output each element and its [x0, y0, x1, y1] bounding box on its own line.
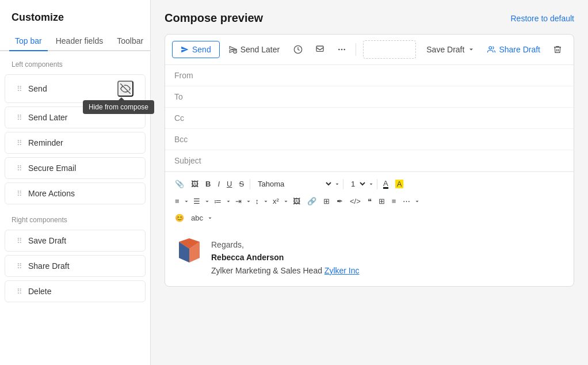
hide-send-button[interactable] — [117, 81, 133, 97]
compose-box: Send Send Later Save Draft — [165, 34, 574, 287]
attach-file-button[interactable]: 📎 — [172, 177, 187, 191]
strikethrough-button[interactable]: S — [236, 177, 247, 191]
component-secure-email: ⠿ Secure Email — [5, 157, 146, 179]
subject-input[interactable] — [203, 156, 564, 165]
component-delete-label: Delete — [28, 287, 133, 296]
component-send-label: Send — [28, 84, 117, 93]
component-more-actions: ⠿ More Actions — [5, 182, 146, 204]
font-size-select[interactable]: 1... 12 14 16 — [346, 177, 367, 191]
highlight-button[interactable]: A — [392, 177, 407, 191]
svg-point-4 — [338, 49, 340, 51]
subject-field-row: Subject — [165, 150, 574, 172]
cc-input[interactable] — [203, 113, 564, 123]
left-components-label: Left components — [0, 51, 150, 73]
restore-to-default-link[interactable]: Restore to default — [510, 14, 574, 23]
right-components-label: Right components — [0, 207, 150, 229]
sig-title: Zylker Marketing & Sales Head — [211, 266, 322, 275]
table-button[interactable]: ⊞ — [320, 195, 333, 208]
format-toolbar: 📎 🖼 B I U S Tahoma Arial Times New Roman… — [165, 172, 574, 229]
secure-email-icon-button[interactable] — [311, 41, 329, 58]
component-reminder-label: Reminder — [28, 138, 133, 147]
sig-company-link[interactable]: Zylker Inc — [324, 266, 360, 275]
component-send-later-label: Send Later — [28, 113, 133, 122]
format-divider-2 — [343, 179, 343, 189]
drag-handle-secure-email[interactable]: ⠿ — [17, 164, 22, 173]
cc-label: Cc — [174, 113, 203, 123]
hide-tooltip: Hide from compose — [83, 100, 154, 114]
emoji-button[interactable]: 😊 — [172, 211, 187, 225]
underline-button[interactable]: U — [224, 177, 235, 191]
left-panel: Customize Top bar Header fields Toolbar … — [0, 0, 151, 365]
compose-fields: From To Cc Bcc Subject — [165, 65, 574, 172]
insert-image-button[interactable]: 🖼 — [290, 195, 303, 208]
share-icon — [487, 45, 495, 54]
bcc-label: Bcc — [174, 135, 203, 144]
tab-header-fields[interactable]: Header fields — [50, 32, 109, 51]
send-later-button[interactable]: Send Later — [223, 41, 286, 58]
code-block-button[interactable]: </> — [347, 195, 364, 208]
font-color-button[interactable]: A — [380, 177, 391, 191]
right-panel: Compose preview Restore to default Send … — [151, 0, 588, 365]
from-input[interactable] — [203, 71, 564, 80]
drag-handle-send[interactable]: ⠿ — [17, 85, 22, 93]
size-chevron-icon — [368, 181, 374, 187]
trash-icon — [553, 45, 562, 54]
component-secure-email-label: Secure Email — [28, 164, 133, 173]
component-reminder: ⠿ Reminder — [5, 132, 146, 154]
send-button[interactable]: Send — [172, 41, 220, 58]
attach-image-button[interactable]: 🖼 — [188, 177, 201, 191]
drag-handle-delete[interactable]: ⠿ — [17, 287, 22, 296]
signature-button[interactable]: ✒ — [334, 195, 346, 208]
delete-button[interactable] — [548, 41, 567, 58]
company-logo — [174, 238, 204, 268]
reminder-icon-button[interactable] — [289, 41, 307, 58]
compose-toolbar: Send Send Later Save Draft — [165, 35, 574, 65]
italic-button[interactable]: I — [215, 177, 223, 191]
line-spacing-button[interactable]: ↕ — [253, 195, 262, 208]
toolbar-right: Save Draft Share Draft — [422, 41, 567, 58]
tab-top-bar[interactable]: Top bar — [9, 32, 48, 51]
ordered-list-button[interactable]: ≔ — [211, 195, 224, 208]
to-field-row: To — [165, 86, 574, 108]
bcc-field-row: Bcc — [165, 129, 574, 150]
subject-label: Subject — [174, 156, 203, 165]
text-style-button[interactable]: abc — [188, 211, 206, 225]
list-button2[interactable]: ≡ — [389, 195, 399, 208]
indent-button[interactable]: ⇥ — [232, 195, 245, 208]
align-left-button[interactable]: ≡ — [172, 195, 182, 208]
bold-button[interactable]: B — [203, 177, 213, 191]
signature-text: Regards, Rebecca Anderson Zylker Marketi… — [211, 238, 360, 277]
save-draft-button[interactable]: Save Draft — [422, 41, 479, 58]
super-chevron-icon — [283, 199, 289, 204]
format-toolbar-row-3: 😊 abc — [172, 211, 567, 225]
ol-chevron-icon — [226, 199, 231, 204]
toolbar-divider-1 — [356, 43, 356, 56]
more-actions-button[interactable] — [333, 41, 351, 58]
drag-handle-share-draft[interactable]: ⠿ — [17, 262, 22, 271]
more-format-button[interactable]: ⋯ — [400, 195, 413, 208]
format-toolbar-row-1: 📎 🖼 B I U S Tahoma Arial Times New Roman… — [172, 177, 567, 191]
drag-handle-reminder[interactable]: ⠿ — [17, 139, 22, 147]
to-input[interactable] — [203, 92, 564, 101]
share-draft-button[interactable]: Share Draft — [483, 41, 545, 58]
drag-handle-send-later[interactable]: ⠿ — [17, 113, 22, 122]
insert-link-button[interactable]: 🔗 — [304, 195, 319, 208]
ul-chevron-icon — [204, 199, 210, 204]
drag-handle-save-draft[interactable]: ⠿ — [17, 237, 22, 245]
tab-toolbar[interactable]: Toolbar — [111, 32, 149, 51]
component-save-draft-label: Save Draft — [28, 236, 133, 245]
from-label: From — [174, 71, 203, 80]
format-divider-3 — [377, 179, 377, 189]
superscript-button[interactable]: x² — [270, 195, 282, 208]
bcc-input[interactable] — [203, 135, 564, 144]
component-save-draft: ⠿ Save Draft — [5, 230, 146, 252]
blockquote-button[interactable]: ❝ — [365, 195, 375, 208]
text-style-chevron-icon — [207, 215, 213, 221]
grid-button[interactable]: ⊞ — [376, 195, 388, 208]
unordered-list-button[interactable]: ☰ — [190, 195, 203, 208]
font-family-select[interactable]: Tahoma Arial Times New Roman — [253, 177, 333, 191]
drag-handle-more-actions[interactable]: ⠿ — [17, 189, 22, 198]
compose-header: Compose preview Restore to default — [165, 12, 574, 25]
compose-title: Compose preview — [165, 12, 263, 25]
spacing-chevron-icon — [263, 199, 269, 204]
